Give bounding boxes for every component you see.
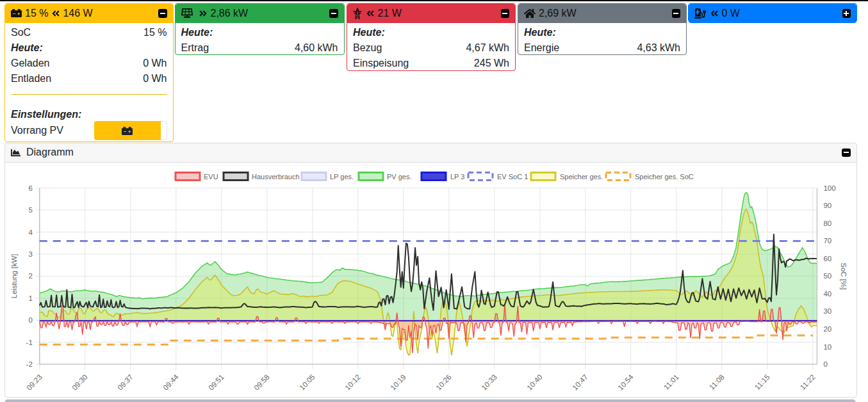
- svg-text:LP 3: LP 3: [450, 173, 464, 181]
- svg-text:EVU: EVU: [204, 173, 218, 181]
- svg-text:10:05: 10:05: [298, 373, 316, 392]
- svg-text:09:44: 09:44: [161, 373, 180, 392]
- svg-text:-2: -2: [26, 360, 33, 368]
- svg-text:80: 80: [823, 220, 831, 227]
- svg-text:10:40: 10:40: [525, 373, 544, 392]
- svg-text:20: 20: [823, 325, 831, 333]
- svg-text:40: 40: [823, 290, 831, 298]
- svg-text:11:01: 11:01: [662, 373, 680, 392]
- svg-text:1: 1: [28, 294, 32, 302]
- svg-text:10:54: 10:54: [616, 373, 635, 392]
- svg-text:EV SoC 1: EV SoC 1: [497, 173, 528, 181]
- svg-text:4: 4: [28, 229, 33, 236]
- svg-text:10: 10: [823, 343, 831, 351]
- svg-text:11:22: 11:22: [799, 373, 817, 392]
- svg-text:LP ges.: LP ges.: [330, 173, 354, 181]
- svg-text:Hausverbrauch: Hausverbrauch: [252, 173, 300, 181]
- svg-text:10:33: 10:33: [480, 373, 498, 392]
- svg-text:100: 100: [823, 184, 835, 192]
- svg-text:50: 50: [823, 272, 831, 280]
- svg-text:0: 0: [28, 316, 32, 324]
- svg-text:3: 3: [28, 250, 32, 258]
- svg-text:SoC [%]: SoC [%]: [840, 262, 848, 289]
- svg-text:Speicher ges.: Speicher ges.: [560, 173, 603, 181]
- svg-text:Leistung [kW]: Leistung [kW]: [10, 254, 18, 299]
- svg-text:PV ges.: PV ges.: [387, 173, 412, 181]
- svg-text:Speicher ges. SoC: Speicher ges. SoC: [635, 173, 694, 181]
- svg-text:10:26: 10:26: [434, 373, 453, 392]
- svg-text:09:51: 09:51: [207, 373, 225, 392]
- svg-text:0: 0: [823, 360, 827, 368]
- svg-text:10:19: 10:19: [389, 373, 407, 392]
- svg-text:60: 60: [823, 255, 831, 262]
- svg-text:70: 70: [823, 237, 831, 245]
- svg-text:10:12: 10:12: [343, 373, 362, 392]
- svg-text:10:47: 10:47: [571, 373, 589, 392]
- svg-text:11:15: 11:15: [753, 373, 771, 392]
- svg-text:11:08: 11:08: [708, 373, 726, 392]
- svg-text:90: 90: [823, 202, 831, 209]
- svg-text:6: 6: [28, 184, 32, 192]
- svg-text:30: 30: [823, 307, 831, 315]
- svg-text:2: 2: [28, 272, 32, 280]
- svg-text:09:30: 09:30: [70, 373, 89, 392]
- svg-text:5: 5: [28, 206, 32, 214]
- svg-text:09:37: 09:37: [116, 373, 135, 392]
- svg-text:-1: -1: [26, 339, 33, 346]
- svg-text:09:58: 09:58: [252, 373, 271, 392]
- svg-text:09:23: 09:23: [25, 373, 44, 392]
